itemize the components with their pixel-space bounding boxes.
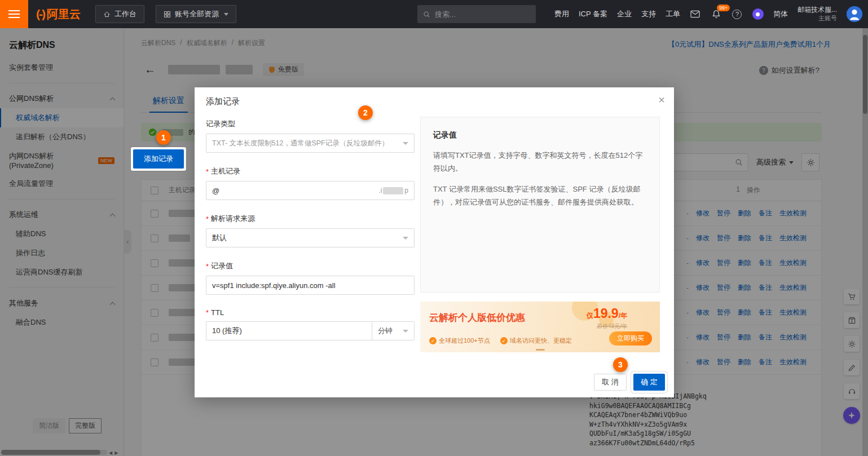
add-record-highlight: 添加记录 (131, 147, 186, 171)
topbar: (-) 阿里云 工作台 账号全部资源 费用ICP 备案企业支持工单 99+ (0, 0, 868, 28)
topbar-nav-item[interactable]: ICP 备案 (579, 9, 607, 19)
line-value: 默认 (212, 233, 227, 243)
tour-step-1-badge: 1 (156, 130, 171, 145)
add-record-form: 记录类型 TXT- 文本长度限制512，通常做SPF记录（反垃圾邮件） * 主机… (206, 114, 415, 340)
tour-step-3-badge: 3 (613, 357, 628, 372)
aliyun-logo-icon: (-) (36, 7, 45, 21)
price-number: 19.9 (593, 306, 619, 321)
check-icon: ✓ (429, 337, 437, 344)
host-record-label: * 主机记录 (206, 166, 415, 176)
home-icon (103, 11, 111, 18)
chevron-down-icon (403, 330, 408, 333)
line-label: * 解析请求来源 (206, 214, 415, 224)
account-menu[interactable]: 邮箱技术服... 主账号 (797, 6, 837, 23)
banner-price: 仅 19.9 /年 (587, 306, 627, 321)
record-type-label: 记录类型 (206, 119, 415, 129)
banner-feature: 域名访问更快、更稳定 (510, 337, 572, 345)
host-domain-suffix: .i p (378, 187, 408, 194)
add-record-modal: 添加记录 × 记录类型 TXT- 文本长度限制512，通常做SPF记录（反垃圾邮… (195, 87, 674, 397)
search-icon (423, 11, 430, 18)
confirm-button[interactable]: 确 定 (633, 374, 665, 391)
required-mark: * (206, 167, 209, 176)
ttl-label: * TTL (206, 308, 415, 317)
avatar[interactable] (847, 6, 862, 22)
suffix-prefix: .i (378, 187, 382, 194)
account-name: 邮箱技术服... (797, 6, 837, 14)
topbar-nav-item[interactable]: 工单 (666, 9, 680, 19)
ttl-unit-select[interactable]: 分钟 (372, 321, 415, 340)
question-mark-glyph: ? (732, 10, 742, 19)
host-record-value: @ (212, 187, 219, 195)
topbar-right-nav: 费用ICP 备案企业支持工单 99+ ? 简体 邮箱技术服... 主账号 (554, 0, 862, 28)
domain-redacted (383, 187, 403, 194)
carousel-indicator (536, 349, 545, 351)
add-record-button[interactable]: 添加记录 (133, 149, 184, 169)
field-label-text: 记录值 (211, 261, 233, 271)
workbench-button[interactable]: 工作台 (95, 5, 144, 23)
help-icon[interactable]: ? (732, 8, 743, 20)
required-mark: * (206, 262, 209, 271)
field-label-text: 主机记录 (211, 166, 240, 176)
suffix-postfix: p (404, 187, 408, 194)
personal-edition-promo-banner[interactable]: 云解析个人版低价优惠 仅 19.9 /年 原价48元/年 ✓ 全球超过100+节… (420, 302, 660, 352)
chevron-down-icon (403, 142, 408, 145)
aliyun-logo-text: 阿里云 (47, 7, 81, 22)
ttl-field: 分钟 (206, 321, 415, 340)
price-suffix: /年 (619, 311, 627, 321)
banner-title: 云解析个人版低价优惠 (429, 311, 525, 324)
banner-original-price: 原价48元/年 (597, 322, 627, 330)
message-icon[interactable] (690, 8, 701, 20)
modal-title: 添加记录 (206, 96, 240, 107)
search-input[interactable] (435, 10, 519, 19)
field-label-text: 记录类型 (206, 119, 235, 129)
cancel-button[interactable]: 取 消 (594, 374, 627, 391)
hamburger-menu-icon[interactable] (0, 0, 28, 28)
language-switch[interactable]: 简体 (773, 9, 788, 19)
record-type-select[interactable]: TXT- 文本长度限制512，通常做SPF记录（反垃圾邮件） (206, 134, 415, 153)
host-record-input[interactable]: @ .i p (206, 181, 415, 200)
ttl-input[interactable] (206, 321, 372, 340)
notification-bell-icon[interactable]: 99+ (711, 8, 722, 20)
assistant-icon[interactable] (752, 8, 764, 20)
account-role: 主账号 (818, 14, 837, 23)
ttl-value-input[interactable] (212, 327, 366, 335)
topbar-nav-item[interactable]: 企业 (617, 9, 632, 19)
topbar-nav-item[interactable]: 支持 (641, 9, 656, 19)
banner-features: ✓ 全球超过100+节点 ✓ 域名访问更快、更稳定 (429, 337, 572, 345)
resource-grid-icon (164, 11, 171, 18)
record-value-field[interactable] (206, 276, 415, 295)
price-prefix: 仅 (587, 311, 593, 321)
record-value-input[interactable] (212, 281, 408, 290)
help-paragraph: TXT 记录常用来做SSL数字证书签发验证、SPF 记录（反垃圾邮件），对应记录… (433, 183, 647, 209)
banner-feature: 全球超过100+节点 (439, 337, 490, 345)
chevron-down-icon (224, 13, 228, 16)
field-label-text: TTL (211, 308, 224, 317)
tour-step-2-badge: 2 (358, 105, 373, 120)
resource-picker[interactable]: 账号全部资源 (156, 5, 236, 23)
help-panel-title: 记录值 (433, 129, 647, 141)
field-label-text: 解析请求来源 (211, 214, 255, 224)
aliyun-logo[interactable]: (-) 阿里云 (36, 7, 81, 22)
line-select[interactable]: 默认 (206, 228, 415, 247)
record-value-help-panel: 记录值 请填写TXT记录值，支持字母、数字和英文符号，长度在512个字符以内。 … (420, 117, 660, 293)
help-paragraph: 请填写TXT记录值，支持字母、数字和英文符号，长度在512个字符以内。 (433, 149, 647, 175)
topbar-nav-item[interactable]: 费用 (554, 9, 569, 19)
buy-now-button[interactable]: 立即购买 (609, 331, 652, 346)
workbench-label: 工作台 (114, 9, 136, 19)
required-mark: * (206, 215, 209, 223)
notification-badge: 99+ (717, 5, 730, 11)
record-type-value: TXT- 文本长度限制512，通常做SPF记录（反垃圾邮件） (212, 139, 389, 148)
ttl-unit-value: 分钟 (378, 326, 393, 336)
check-icon: ✓ (500, 337, 508, 344)
resource-picker-label: 账号全部资源 (175, 9, 219, 19)
chevron-down-icon (403, 237, 408, 240)
record-value-label: * 记录值 (206, 261, 415, 271)
close-icon[interactable]: × (658, 94, 665, 105)
topbar-search[interactable] (417, 5, 536, 23)
required-mark: * (206, 308, 209, 317)
